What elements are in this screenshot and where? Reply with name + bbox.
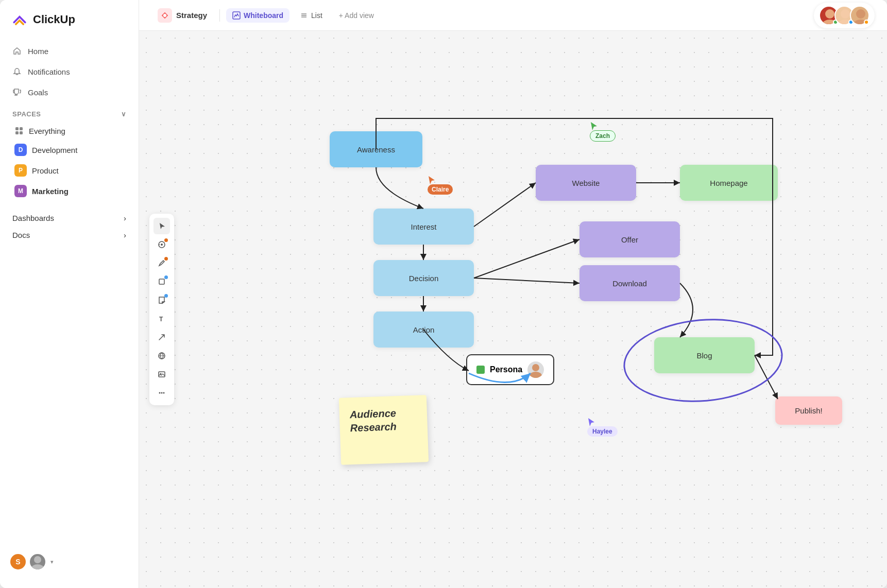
sidebar-item-notifications-label: Notifications <box>28 67 70 76</box>
sticky-note-audience-research[interactable]: Audience Research <box>339 395 429 465</box>
whiteboard-toolbar: T <box>149 214 174 405</box>
topbar-avatars <box>814 3 875 28</box>
user-avatar-s[interactable]: S <box>10 554 26 569</box>
svg-point-11 <box>825 9 834 19</box>
select-tool[interactable] <box>153 218 170 234</box>
everything-icon <box>14 126 24 135</box>
sidebar: ClickUp Home Notifications Goals <box>0 0 139 588</box>
sidebar-item-goals[interactable]: Goals <box>6 82 132 102</box>
spaces-chevron-icon[interactable]: ∨ <box>121 110 127 118</box>
svg-point-18 <box>161 244 163 246</box>
add-view-button[interactable]: + Add view <box>333 8 380 23</box>
docs-label: Docs <box>12 231 30 239</box>
svg-point-5 <box>31 564 44 569</box>
clickup-logo-icon <box>10 10 29 29</box>
sidebar-item-product-label: Product <box>32 166 59 175</box>
text-tool[interactable]: T <box>153 310 170 327</box>
strategy-label: Strategy <box>176 11 207 20</box>
svg-point-13 <box>841 9 850 19</box>
sidebar-item-marketing-label: Marketing <box>32 187 69 196</box>
dashboards-label: Dashboards <box>12 214 54 222</box>
tab-whiteboard[interactable]: Whiteboard <box>226 8 289 23</box>
sticky-note-text: Audience Research <box>350 407 397 434</box>
topbar-divider <box>219 9 220 22</box>
svg-text:T: T <box>159 316 163 323</box>
svg-point-28 <box>532 364 539 371</box>
user-avatar-photo[interactable] <box>30 554 45 569</box>
tab-list-label: List <box>311 11 322 20</box>
globe-tool[interactable] <box>153 348 170 364</box>
node-interest[interactable]: Interest <box>373 209 474 245</box>
sidebar-item-everything[interactable]: Everything <box>6 122 132 140</box>
node-persona[interactable]: Persona <box>466 354 554 385</box>
sidebar-item-dashboards[interactable]: Dashboards › <box>0 207 139 224</box>
sticky-note-tool[interactable] <box>153 292 170 308</box>
pen-tool[interactable] <box>153 255 170 271</box>
image-tool[interactable] <box>153 366 170 383</box>
svg-point-15 <box>856 9 865 19</box>
tab-whiteboard-label: Whiteboard <box>244 11 283 20</box>
more-tools[interactable] <box>153 385 170 401</box>
node-action[interactable]: Action <box>373 312 474 348</box>
dashboards-chevron-icon: › <box>124 214 126 222</box>
sidebar-bottom: S ▾ <box>0 546 139 578</box>
cursor-claire: Claire <box>428 175 436 187</box>
development-dot: D <box>14 144 27 156</box>
node-awareness[interactable]: Awareness <box>330 131 422 167</box>
node-blog[interactable]: Blog <box>654 337 755 373</box>
whiteboard-tab-icon <box>232 11 241 20</box>
svg-point-29 <box>530 372 542 378</box>
node-offer[interactable]: Offer <box>579 221 680 257</box>
persona-label: Persona <box>490 365 522 374</box>
svg-point-25 <box>159 392 161 394</box>
arrow-tool[interactable] <box>153 329 170 345</box>
bell-icon <box>12 67 22 76</box>
sidebar-item-docs[interactable]: Docs › <box>0 224 139 241</box>
zach-cursor-label: Zach <box>590 130 616 142</box>
home-icon <box>12 46 22 56</box>
svg-rect-1 <box>20 127 23 130</box>
product-dot: P <box>14 164 27 177</box>
arrows-overlay <box>139 31 887 588</box>
svg-rect-20 <box>159 279 164 284</box>
topbar: Strategy Whiteboard List + Add view <box>139 0 887 31</box>
haylee-cursor-label: Haylee <box>587 426 618 437</box>
sidebar-item-marketing[interactable]: M Marketing <box>6 181 132 201</box>
sidebar-item-goals-label: Goals <box>28 88 48 97</box>
sidebar-item-development[interactable]: D Development <box>6 140 132 160</box>
whiteboard-canvas[interactable]: T <box>139 31 887 588</box>
shape-tool[interactable] <box>153 273 170 290</box>
sidebar-item-home[interactable]: Home <box>6 41 132 61</box>
svg-point-26 <box>161 392 163 394</box>
node-decision[interactable]: Decision <box>373 260 474 296</box>
cursor-haylee: Haylee <box>587 417 595 429</box>
docs-chevron-icon: › <box>124 231 126 239</box>
svg-point-6 <box>163 14 166 17</box>
node-website[interactable]: Website <box>536 165 636 201</box>
node-publish[interactable]: Publish! <box>775 396 842 425</box>
user-menu-chevron-icon[interactable]: ▾ <box>50 559 54 565</box>
sidebar-item-home-label: Home <box>28 47 48 56</box>
avatar-user3 <box>850 6 869 25</box>
tab-list[interactable]: List <box>294 8 329 23</box>
svg-point-4 <box>34 556 41 563</box>
svg-point-27 <box>163 392 165 394</box>
app-name: ClickUp <box>33 13 75 26</box>
persona-avatar <box>527 361 544 378</box>
svg-rect-0 <box>15 127 19 130</box>
svg-rect-3 <box>20 131 23 134</box>
trophy-icon <box>12 88 22 97</box>
cursor-zach: Zach <box>590 121 598 133</box>
sidebar-item-product[interactable]: P Product <box>6 160 132 181</box>
sidebar-nav: Home Notifications Goals <box>0 41 139 102</box>
node-homepage[interactable]: Homepage <box>680 165 778 201</box>
node-download[interactable]: Download <box>579 265 680 301</box>
add-view-label: + Add view <box>339 11 374 20</box>
marketing-dot: M <box>14 185 27 197</box>
sidebar-item-everything-label: Everything <box>29 127 65 135</box>
online-indicator-3 <box>864 20 869 25</box>
add-element-tool[interactable] <box>153 236 170 253</box>
svg-rect-2 <box>15 131 19 134</box>
strategy-breadcrumb[interactable]: Strategy <box>151 5 213 26</box>
sidebar-item-notifications[interactable]: Notifications <box>6 62 132 81</box>
